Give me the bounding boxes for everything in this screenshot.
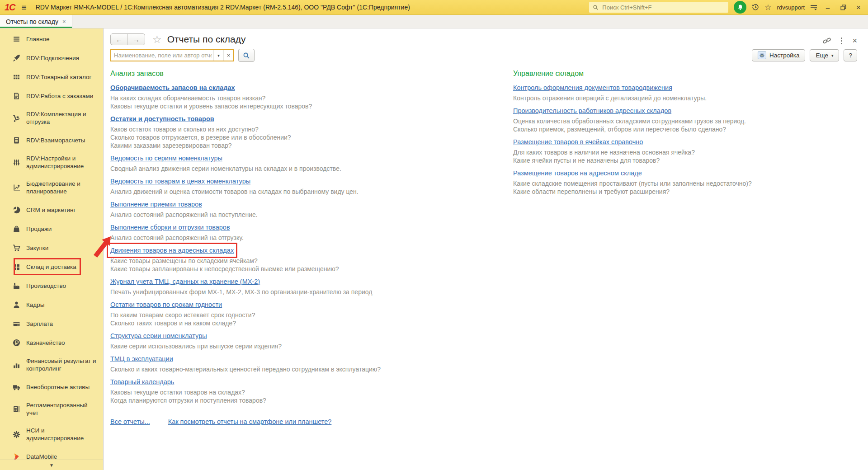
report-link[interactable]: Ведомость по товарам в ценах номенклатур… xyxy=(110,177,250,185)
sidebar-item-handtruck[interactable]: RDV:Комплектация и отгрузка xyxy=(0,105,103,131)
sidebar-item-label: RDV:Комплектация и отгрузка xyxy=(26,110,101,126)
back-button[interactable]: ← xyxy=(111,34,127,45)
report-search-row: ▾ × Настройка Еще ▾ ? xyxy=(110,49,868,62)
current-user[interactable]: rdvsupport xyxy=(777,4,805,11)
get-link-icon[interactable] xyxy=(823,38,831,44)
gear-icon xyxy=(12,431,20,438)
report-search-box[interactable]: ▾ × xyxy=(110,49,234,61)
sidebar-item-menu[interactable]: Главное xyxy=(0,29,103,48)
sidebar-item-rocket[interactable]: RDV:Подключения xyxy=(0,48,103,67)
orders-icon xyxy=(12,92,20,100)
sidebar-item-cart[interactable]: Закупки xyxy=(0,238,103,257)
search-dropdown-icon[interactable]: ▾ xyxy=(213,50,223,61)
sidebar-item-sliders[interactable]: RDV:Настройки и администрирование xyxy=(0,150,103,175)
sidebar-item-bars[interactable]: Финансовый результат и контроллинг xyxy=(0,352,103,377)
sidebar-item-orders[interactable]: RDV:Работа с заказами xyxy=(0,86,103,105)
calculator-icon xyxy=(12,136,20,144)
close-form-icon[interactable]: × xyxy=(852,37,857,45)
report-link[interactable]: Остатки товаров по срокам годности xyxy=(110,301,222,309)
report-desc: Анализ движений и оценка стоимости товар… xyxy=(110,188,513,196)
report-desc: Когда планируются отгрузки и поступления… xyxy=(110,396,513,404)
main-menu-icon[interactable]: ≡ xyxy=(22,3,27,12)
report-desc: Анализ состояний распоряжений на отгрузк… xyxy=(110,234,513,242)
report-item: Контроль оформления документов товародви… xyxy=(513,84,868,102)
footer-link[interactable]: Как посмотреть отчеты на смартфоне или п… xyxy=(168,418,332,425)
more-button[interactable]: Еще ▾ xyxy=(810,49,839,61)
report-link[interactable]: Структура серии номенклатуры xyxy=(110,332,207,340)
report-link[interactable]: Контроль оформления документов товародви… xyxy=(513,84,672,92)
report-link[interactable]: Оборачиваемость запасов на складах xyxy=(110,84,235,92)
report-link[interactable]: Размещение товаров на адресном складе xyxy=(513,169,642,177)
sidebar-item-label: RDV:Подключения xyxy=(26,54,79,62)
sidebar-scroll-down[interactable]: ▼ xyxy=(0,460,103,470)
run-search-button[interactable] xyxy=(238,49,255,62)
report-desc: Каков остаток товаров и сколько из них д… xyxy=(110,125,513,133)
settings-button-label: Настройка xyxy=(769,52,799,59)
sidebar-item-label: CRM и маркетинг xyxy=(26,206,75,214)
tab-close-icon[interactable]: × xyxy=(62,18,66,25)
favorites-star-icon[interactable]: ☆ xyxy=(764,4,771,11)
report-link[interactable]: Выполнение приемки товаров xyxy=(110,200,202,208)
register-icon xyxy=(12,405,20,413)
notifications-bell-icon[interactable] xyxy=(734,1,746,14)
report-desc: Какие товары размещены по складским ячей… xyxy=(110,257,513,265)
sidebar-item-ruble[interactable]: Казначейство xyxy=(0,333,103,352)
search-clear-icon[interactable]: × xyxy=(223,50,233,61)
bag-icon xyxy=(12,225,20,233)
report-link[interactable]: Ведомость по сериям номенклатуры xyxy=(110,154,222,162)
report-link[interactable]: Размещение товаров в ячейках справочно xyxy=(513,138,643,146)
service-menu-icon[interactable] xyxy=(810,4,817,10)
report-item: Производительность работников адресных с… xyxy=(513,107,868,133)
global-search-input[interactable] xyxy=(601,4,725,11)
minimize-button[interactable]: – xyxy=(823,4,833,11)
sidebar-item-label: RDV:Взаиморасчеты xyxy=(26,136,85,144)
report-desc: Какие товары запланированы к непосредств… xyxy=(110,265,513,273)
report-item: ТМЦ в эксплуатацииСколько и каких товарн… xyxy=(110,355,513,373)
report-link[interactable]: Движения товаров на адресных складах xyxy=(110,246,234,254)
sidebar-item-label: RDV:Настройки и администрирование xyxy=(26,155,101,170)
settings-button[interactable]: Настройка xyxy=(752,49,805,61)
sidebar-item-planning[interactable]: Бюджетирование и планирование xyxy=(0,175,103,200)
sidebar-item-datamobile[interactable]: DataMobile xyxy=(0,447,103,460)
report-link[interactable]: Выполнение сборки и отгрузки товаров xyxy=(110,223,230,231)
sidebar-item-label: НСИ и администрирование xyxy=(26,427,101,442)
tab-label: Отчеты по складу xyxy=(6,18,58,25)
restore-window-icon[interactable] xyxy=(838,5,848,10)
close-window-button[interactable]: × xyxy=(854,4,863,11)
report-link[interactable]: Журнал учета ТМЦ, сданных на хранение (М… xyxy=(110,277,260,286)
window-title: RDV Маркет RM-KA-MODEL / 1С:Комплексная … xyxy=(36,4,410,11)
sidebar-item-card[interactable]: Зарплата xyxy=(0,314,103,333)
footer-link[interactable]: Все отчеты... xyxy=(110,418,150,425)
sidebar-item-label: Финансовый результат и контроллинг xyxy=(26,357,101,372)
global-search-box[interactable] xyxy=(589,2,728,13)
report-desc: Сводный анализ движения серии номенклату… xyxy=(110,164,513,173)
report-search-input[interactable] xyxy=(111,50,213,61)
favorite-star-icon[interactable]: ☆ xyxy=(152,34,162,45)
sidebar-item-factory[interactable]: Производство xyxy=(0,276,103,295)
handtruck-icon xyxy=(12,114,20,122)
annotation-arrow xyxy=(92,235,113,260)
report-link[interactable]: Остатки и доступность товаров xyxy=(110,115,214,123)
kebab-menu-icon[interactable] xyxy=(841,38,842,44)
tab-warehouse-reports[interactable]: Отчеты по складу × xyxy=(0,15,72,28)
sidebar-item-pie[interactable]: CRM и маркетинг xyxy=(0,200,103,219)
sidebar-item-warehouse[interactable]: Склад и доставка xyxy=(0,257,103,276)
planning-icon xyxy=(12,184,20,192)
1c-logo: 1С xyxy=(5,3,15,12)
sidebar-item-gear[interactable]: НСИ и администрирование xyxy=(0,422,103,447)
report-link[interactable]: Производительность работников адресных с… xyxy=(513,107,671,115)
forward-button[interactable]: → xyxy=(127,34,145,45)
report-desc: На каких складах оборачиваемость товаров… xyxy=(110,94,513,102)
help-button[interactable]: ? xyxy=(844,49,857,61)
sidebar-item-register[interactable]: Регламентированный учет xyxy=(0,396,103,422)
sidebar-item-calculator[interactable]: RDV:Взаиморасчеты xyxy=(0,131,103,150)
sidebar-item-catalog[interactable]: RDV:Товарный каталог xyxy=(0,67,103,86)
sidebar-item-bag[interactable]: Продажи xyxy=(0,219,103,238)
tab-bar: Отчеты по складу × xyxy=(0,15,868,28)
sidebar-item-label: Бюджетирование и планирование xyxy=(26,180,101,195)
history-icon[interactable] xyxy=(752,4,759,11)
report-link[interactable]: ТМЦ в эксплуатации xyxy=(110,355,173,363)
sidebar-item-truck[interactable]: Внеоборотные активы xyxy=(0,377,103,396)
sidebar-item-person[interactable]: Кадры xyxy=(0,295,103,314)
report-link[interactable]: Товарный календарь xyxy=(110,378,174,386)
